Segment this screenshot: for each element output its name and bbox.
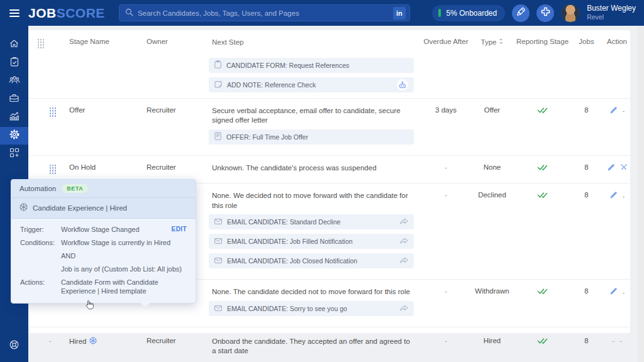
linkedin-icon[interactable]: in [393, 7, 406, 19]
overdue-after: 3 days [423, 99, 469, 114]
double-check-icon [537, 192, 548, 200]
edit-icon[interactable] [609, 191, 618, 200]
stage-type: Withdrawn [469, 280, 516, 295]
stage-type: Declined [469, 184, 516, 199]
automation-name: Candidate Experience | Hired [33, 204, 127, 212]
double-check-icon [537, 165, 548, 172]
onboarded-label: 5% Onboarded [446, 9, 497, 18]
customize-button[interactable] [512, 4, 530, 22]
global-search: in [119, 4, 410, 21]
forward-arrow-icon[interactable] [400, 257, 408, 265]
actions-value: Candidate Form with Candidate Experience… [61, 278, 187, 295]
people-icon [9, 75, 20, 87]
next-step-pill[interactable]: OFFER: Full Time Job Offer [209, 129, 414, 145]
col-header-jobs: Jobs [569, 38, 604, 45]
stage-type: Offer [469, 99, 516, 114]
table-row: CANDIDATE FORM: Request References ADD N… [28, 57, 630, 99]
search-icon [125, 8, 133, 19]
automation-popup: Automation BETA Candidate Experience | H… [11, 179, 196, 304]
next-step-pill[interactable]: EMAIL CANDIDATE: Job Filled Notification [209, 234, 414, 249]
sidebar-item-tasks[interactable] [0, 54, 28, 72]
next-step-pill[interactable]: EMAIL CANDIDATE: Sorry to see you go [209, 301, 414, 316]
trigger-value: Workflow Stage Changed [61, 225, 172, 234]
sidebar-item-reports[interactable] [0, 109, 28, 126]
hamburger-menu-icon[interactable] [0, 9, 28, 17]
double-check-icon [537, 338, 548, 346]
forward-arrow-icon[interactable] [400, 218, 408, 226]
drag-handle[interactable] [49, 164, 57, 174]
automation-robot-icon[interactable] [397, 79, 408, 90]
reporting-stage-check [516, 184, 569, 200]
overdue-after: - [423, 329, 469, 344]
stage-owner: Recruiter [145, 329, 209, 344]
stage-type: Hired [469, 329, 516, 344]
next-step-pill[interactable]: ADD NOTE: Reference Check [209, 77, 414, 92]
user-name: Buster Wegley [587, 4, 636, 13]
search-input[interactable] [138, 9, 393, 17]
edit-icon[interactable] [609, 106, 618, 116]
jobs-count: 8 [569, 280, 604, 295]
delete-icon[interactable] [620, 163, 628, 172]
stage-name: Offer [69, 106, 85, 114]
envelope-icon [214, 305, 222, 312]
sidebar-item-jobs[interactable] [0, 90, 28, 108]
overdue-after: - [423, 280, 469, 295]
condition-value: Job is any of (Custom Job List: All jobs… [61, 265, 187, 273]
candidate-form-icon [214, 60, 221, 70]
sidebar-item-candidates[interactable] [0, 72, 28, 90]
onboarded-progress-pill[interactable]: 5% Onboarded [432, 5, 505, 21]
reporting-stage-check [516, 99, 569, 115]
automation-icon [19, 203, 28, 212]
forward-arrow-icon[interactable] [400, 305, 408, 312]
condition-value: Workflow Stage is currently in Hired [61, 238, 187, 247]
offer-document-icon [214, 132, 221, 141]
drag-handle[interactable] [49, 107, 57, 117]
envelope-icon [214, 218, 222, 226]
col-header-action: Action [604, 38, 630, 45]
stage-type: None [469, 156, 516, 171]
table-row: Offer Recruiter Secure verbal acceptance… [28, 99, 630, 156]
next-step-pill[interactable]: EMAIL CANDIDATE: Standard Decline [209, 214, 414, 229]
automation-icon[interactable] [89, 337, 97, 346]
col-header-owner: Owner [145, 38, 209, 45]
trigger-label: Trigger: [20, 225, 61, 234]
sort-icon[interactable] [499, 38, 503, 46]
stage-owner: Recruiter [145, 99, 209, 114]
user-info: Buster Wegley Revel [587, 4, 636, 21]
envelope-icon [214, 238, 222, 245]
sidebar-item-home[interactable] [0, 36, 28, 53]
next-step-pill[interactable]: CANDIDATE FORM: Request References [209, 58, 414, 73]
edit-link[interactable]: EDIT [172, 225, 187, 234]
table-header-row: Stage Name Owner Next Step Overdue After… [28, 30, 630, 57]
chart-icon [9, 111, 19, 124]
clipboard-check-icon [9, 57, 19, 70]
reporting-stage-check [516, 329, 569, 346]
jobs-count: 8 [569, 184, 604, 199]
lifering-help-icon [9, 339, 19, 353]
condition-value: AND [61, 251, 187, 260]
top-bar: JOBSCORE in 5% Onboarded Buster Wegley R… [0, 0, 644, 26]
col-header-type[interactable]: Type [469, 38, 516, 46]
stage-name: On Hold [69, 163, 96, 171]
add-button[interactable] [536, 4, 554, 22]
jobs-count: 8 [569, 156, 604, 171]
overdue-after: - [423, 156, 469, 171]
next-step-pill[interactable]: EMAIL CANDIDATE: Job Closed Notification [209, 253, 414, 268]
edit-icon[interactable] [609, 287, 618, 297]
next-step-text: Secure verbal acceptance, email offer to… [209, 106, 414, 126]
user-avatar[interactable] [561, 4, 580, 23]
forward-arrow-icon[interactable] [400, 238, 408, 245]
app-logo[interactable]: JOBSCORE [28, 6, 105, 21]
overdue-after: - [423, 184, 469, 199]
edit-icon[interactable] [607, 163, 615, 173]
actions-label: Actions: [20, 278, 61, 295]
drag-handle-icon [37, 38, 45, 48]
apps-grid-plus-icon [9, 148, 19, 160]
double-check-icon [537, 288, 548, 296]
jobs-count: 8 [569, 329, 604, 344]
sidebar-item-settings[interactable] [0, 127, 28, 145]
sidebar-item-apps[interactable] [0, 145, 28, 163]
sidebar-item-help[interactable] [0, 337, 28, 354]
next-step-text: Unknown. The candidate's process was sus… [209, 163, 414, 173]
briefcase-icon [9, 93, 19, 106]
